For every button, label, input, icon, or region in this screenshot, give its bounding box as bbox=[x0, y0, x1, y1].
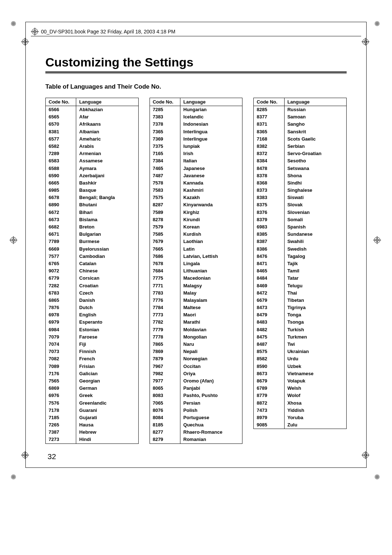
code-value: 7982 bbox=[150, 370, 180, 377]
col-header-lang: Language bbox=[180, 98, 242, 106]
table-row: 7665Latin bbox=[150, 246, 242, 253]
language-value: Uzbek bbox=[284, 363, 346, 370]
table-row: 7168Scots Gaelic bbox=[254, 135, 347, 143]
code-value: 7684 bbox=[150, 267, 180, 275]
crop-mark-icon bbox=[9, 20, 19, 29]
language-value: Interlingua bbox=[180, 128, 242, 135]
table-row: 6983Spanish bbox=[254, 223, 347, 231]
language-value: Abkhazian bbox=[76, 106, 138, 114]
language-value: Tagalog bbox=[284, 253, 346, 260]
table-row: 7579Korean bbox=[150, 223, 242, 231]
code-value: 8482 bbox=[254, 326, 284, 333]
table-row: 7576Greenlandic bbox=[46, 400, 139, 407]
language-value: Kashmiri bbox=[180, 187, 242, 194]
table-row: 7775Macedonian bbox=[150, 275, 242, 282]
table-row: 8279Romanian bbox=[150, 436, 242, 443]
language-value: Zulu bbox=[284, 421, 346, 429]
code-value: 7165 bbox=[150, 150, 180, 157]
language-value: Esperanto bbox=[76, 319, 138, 326]
table-row: 8373Singhalese bbox=[254, 187, 347, 194]
code-value: 8285 bbox=[254, 106, 284, 114]
language-value: Hindi bbox=[76, 436, 138, 443]
language-value: Sesotho bbox=[284, 157, 346, 165]
table-row: 7784Maltese bbox=[150, 304, 242, 311]
table-row: 8378Shona bbox=[254, 172, 347, 179]
code-value: 7789 bbox=[46, 238, 76, 245]
language-value: Laothian bbox=[180, 238, 242, 245]
table-row: 7387Hebrew bbox=[46, 429, 139, 436]
code-value: 8383 bbox=[254, 194, 284, 201]
language-value: Frisian bbox=[76, 363, 138, 370]
language-value: Javanese bbox=[180, 172, 242, 179]
language-value: German bbox=[76, 385, 138, 392]
language-value: Xhosa bbox=[284, 400, 346, 407]
code-value: 7578 bbox=[150, 179, 180, 187]
code-value: 7665 bbox=[150, 246, 180, 253]
language-value: Yiddish bbox=[284, 407, 346, 414]
language-value: Naru bbox=[180, 341, 242, 348]
code-value: 7065 bbox=[150, 400, 180, 407]
table-row: 8679Volapuk bbox=[254, 377, 347, 385]
code-value: 8278 bbox=[150, 216, 180, 223]
code-value: 7074 bbox=[46, 341, 76, 348]
language-value: Afrikaans bbox=[76, 121, 138, 128]
table-row: 7365Interlingua bbox=[150, 128, 242, 135]
table-row: 7776Malayalam bbox=[150, 297, 242, 304]
table-row: 8472Thai bbox=[254, 289, 347, 297]
language-value: Marathi bbox=[180, 319, 242, 326]
code-value: 7565 bbox=[46, 377, 76, 385]
table-row: 8979Yoruba bbox=[254, 414, 347, 421]
code-value: 8469 bbox=[254, 282, 284, 289]
language-value: Japanese bbox=[180, 165, 242, 172]
language-value: Iunpiak bbox=[180, 143, 242, 150]
language-value: Swahili bbox=[284, 238, 346, 245]
doc-meta-bar: 00_DV-SP301.book Page 32 Friday, April 1… bbox=[31, 27, 361, 36]
code-value: 9072 bbox=[46, 267, 76, 275]
table-row: 6984Estonian bbox=[46, 326, 139, 333]
code-value: 8472 bbox=[254, 289, 284, 297]
table-row: 7869Nepali bbox=[150, 348, 242, 355]
table-row: 8372Servo-Groatian bbox=[254, 150, 347, 157]
language-value: Hausa bbox=[76, 421, 138, 429]
col-header-lang: Language bbox=[284, 98, 346, 106]
code-value: 6979 bbox=[46, 319, 76, 326]
table-row: 8471Tajik bbox=[254, 260, 347, 267]
code-value: 8371 bbox=[254, 121, 284, 128]
table-row: 7578Kannada bbox=[150, 179, 242, 187]
table-row: 6588Aymara bbox=[46, 165, 139, 172]
table-row: 6678Bengali; Bangla bbox=[46, 194, 139, 201]
language-value: Kazakh bbox=[180, 194, 242, 201]
table-row: 8872Xhosa bbox=[254, 400, 347, 407]
code-value: 7575 bbox=[150, 194, 180, 201]
code-value: 8381 bbox=[46, 128, 76, 135]
code-value: 7977 bbox=[150, 377, 180, 385]
code-value: 7686 bbox=[150, 253, 180, 260]
language-value: Moldavian bbox=[180, 326, 242, 333]
col-header-code: Code No. bbox=[150, 98, 180, 106]
code-value: 8479 bbox=[254, 311, 284, 319]
language-value: Turkmen bbox=[284, 333, 346, 341]
language-value: Kinyarwanda bbox=[180, 201, 242, 208]
code-value: 7079 bbox=[46, 333, 76, 341]
table-row: 6765Catalan bbox=[46, 260, 139, 267]
table-row: 8379Somali bbox=[254, 216, 347, 223]
code-value: 8084 bbox=[150, 414, 180, 421]
code-value: 6985 bbox=[46, 187, 76, 194]
table-row: 7577Cambodian bbox=[46, 253, 139, 260]
table-row: 8487Twi bbox=[254, 341, 347, 348]
code-value: 8277 bbox=[150, 429, 180, 436]
code-value: 6590 bbox=[46, 172, 76, 179]
table-row: 7289Armenian bbox=[46, 150, 139, 157]
language-value: Maltese bbox=[180, 304, 242, 311]
code-value: 6789 bbox=[254, 385, 284, 392]
table-row: 6583Assamese bbox=[46, 157, 139, 165]
language-value: Icelandic bbox=[180, 113, 242, 121]
registration-mark-icon bbox=[31, 28, 39, 36]
code-value: 8483 bbox=[254, 319, 284, 326]
language-value: Servo-Groatian bbox=[284, 150, 346, 157]
code-value: 7784 bbox=[150, 304, 180, 311]
language-value: Bulgarian bbox=[76, 231, 138, 238]
code-value: 6976 bbox=[46, 392, 76, 399]
language-value: Oromo (Afan) bbox=[180, 377, 242, 385]
code-value: 8287 bbox=[150, 201, 180, 208]
